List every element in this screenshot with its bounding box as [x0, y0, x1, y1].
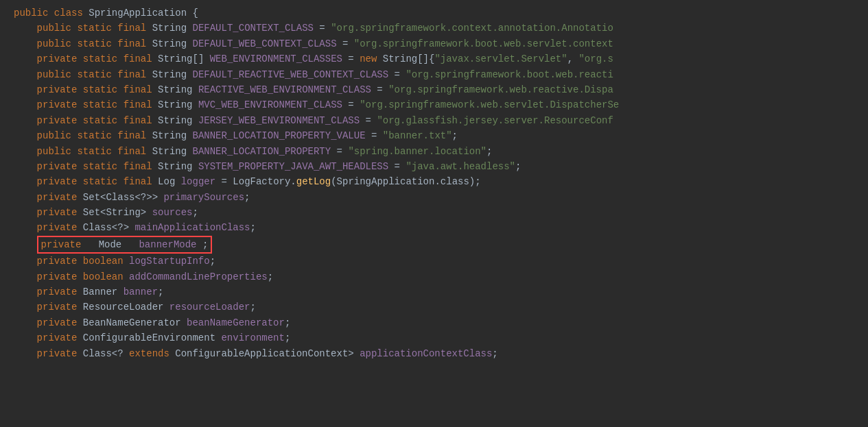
code-line-19: private Banner banner ;	[0, 284, 868, 300]
code-line-22: private ConfigurableEnvironment environm…	[0, 330, 868, 345]
code-line-9: public static final String BANNER_LOCATI…	[0, 128, 868, 143]
code-line-11: private static final String SYSTEM_PROPE…	[0, 159, 868, 174]
code-line-3: public static final String DEFAULT_WEB_C…	[0, 36, 868, 51]
keyword-class: class	[54, 5, 83, 21]
code-line-7: private static final String MVC_WEB_ENVI…	[0, 97, 868, 112]
code-line-14: private Set<String> sources ;	[0, 205, 868, 220]
code-line-16-highlighted: private Mode bannerMode ;	[0, 236, 868, 254]
code-line-15: private Class<?> mainApplicationClass ;	[0, 220, 868, 235]
code-line-18: private boolean addCommandLineProperties…	[0, 269, 868, 284]
highlighted-content: private Mode bannerMode ;	[37, 236, 213, 254]
code-line-5: public static final String DEFAULT_REACT…	[0, 67, 868, 82]
code-line-23: private Class<? extends ConfigurableAppl…	[0, 346, 868, 361]
code-line-6: private static final String REACTIVE_WEB…	[0, 82, 868, 97]
code-line-2: public static final String DEFAULT_CONTE…	[0, 21, 868, 36]
class-name-spring: SpringApplication	[89, 5, 187, 21]
code-line-1: public class SpringApplication {	[0, 5, 868, 21]
code-editor: public class SpringApplication { public …	[0, 0, 868, 427]
code-line-13: private Set<Class<?>> primarySources ;	[0, 190, 868, 205]
code-line-10: public static final String BANNER_LOCATI…	[0, 144, 868, 159]
code-line-20: private ResourceLoader resourceLoader ;	[0, 300, 868, 315]
code-line-8: private static final String JERSEY_WEB_E…	[0, 113, 868, 128]
code-line-17: private boolean logStartupInfo ;	[0, 254, 868, 269]
keyword-public: public	[14, 5, 48, 21]
code-line-21: private BeanNameGenerator beanNameGenera…	[0, 315, 868, 330]
code-line-4: private static final String[] WEB_ENVIRO…	[0, 51, 868, 66]
code-line-12: private static final Log logger = LogFac…	[0, 174, 868, 189]
